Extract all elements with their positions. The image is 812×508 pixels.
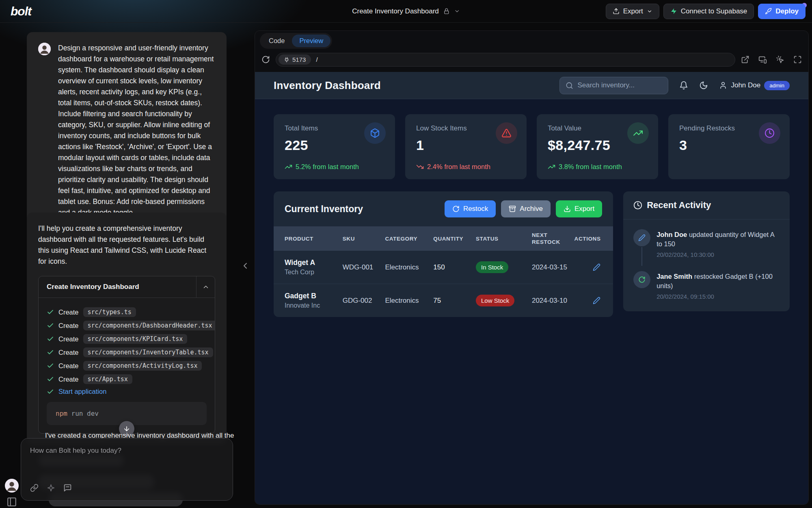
tab-preview[interactable]: Preview [292,35,330,47]
export-csv-button[interactable]: Export [556,200,602,217]
user-name: John Doe [731,81,760,89]
inventory-search-input[interactable] [577,81,667,89]
product-category: Electronics [385,263,433,271]
step-file[interactable]: src/components/InventoryTable.tsx [83,347,213,357]
recent-activity-card: Recent Activity John Doe updated quantit… [623,191,790,311]
package-icon [364,122,386,144]
chat-input-box[interactable] [21,438,233,501]
user-message-text: Design a responsive and user-friendly in… [58,43,215,218]
check-icon [47,335,54,343]
step-action: Create [58,308,79,316]
product-quantity[interactable]: 150 [433,263,476,271]
product-sku: GDG-002 [343,297,385,305]
edit-pencil-icon[interactable] [593,263,602,271]
kpi-card-low-stock: Low Stock Items 1 2.4% from last month [405,114,527,179]
activity-item: John Doe updated quantity of Widget A to… [633,229,780,258]
collapse-panel-button[interactable] [196,276,215,297]
chat-input-field[interactable] [30,447,224,484]
export-button[interactable]: Export [606,4,659,19]
pencil-icon [633,229,650,246]
url-path: / [316,56,317,63]
account-avatar[interactable] [5,479,19,493]
reload-icon[interactable] [261,55,270,64]
role-badge: admin [764,81,790,90]
step-action: Create [58,322,79,330]
step-file[interactable]: src/components/ActivityLog.tsx [83,361,202,371]
sidebar-toggle-icon[interactable] [6,497,17,507]
restock-button[interactable]: Restock [445,200,496,217]
plug-icon [284,57,289,63]
table-row[interactable]: Gadget B Innovate Inc GDG-002 Electronic… [274,284,613,317]
plan-step: Create src/App.tsx [47,374,207,384]
connect-supabase-button[interactable]: Connect to Supabase [663,4,754,19]
kpi-card-pending-restocks: Pending Restocks 3 [668,114,790,179]
kpi-trend: 5.2% from last month [285,163,359,171]
fullscreen-icon[interactable] [793,55,802,64]
plan-step: Create src/components/KPICard.tsx [47,334,207,344]
port-pill[interactable]: 5173 [279,54,311,65]
status-badge: In Stock [476,261,508,273]
step-file[interactable]: src/App.tsx [83,374,132,384]
chevron-up-icon [202,283,209,291]
sparkles-icon[interactable] [47,484,55,492]
product-sku: WDG-001 [343,263,385,271]
user-avatar [38,43,51,55]
collapse-chat-chevron[interactable] [240,261,250,271]
inventory-search[interactable] [559,77,668,94]
user-menu[interactable]: John Doe admin [719,81,790,90]
command-prefix: npm [56,410,67,417]
archive-button[interactable]: Archive [501,200,551,217]
deploy-label: Deploy [775,7,799,15]
chat-bubble-icon[interactable] [63,484,72,492]
product-category: Electronics [385,297,433,305]
product-supplier: Innovate Inc [285,302,343,309]
trending-down-icon [416,163,424,171]
activity-timestamp: 20/02/2024, 10:30:00 [657,251,780,258]
check-icon [47,388,54,395]
command-args: run dev [67,410,99,417]
step-file[interactable]: src/types.ts [83,307,136,317]
refresh-icon [633,271,650,288]
app-preview: Inventory Dashboard John Doe admin Total… [255,72,808,504]
check-icon [47,349,54,356]
rocket-icon [765,8,772,15]
chevron-down-icon[interactable] [454,8,460,14]
tab-code[interactable]: Code [261,35,292,47]
kpi-card-total-value: Total Value $8,247.75 3.8% from last mon… [537,114,658,179]
step-file[interactable]: src/components/DashboardHeader.tsx [83,321,215,330]
check-icon [47,362,54,369]
download-icon [564,205,571,213]
project-title-group[interactable]: Create Inventory Dashboard [352,7,460,15]
inspect-cursor-icon[interactable] [776,55,784,64]
alert-triangle-icon [496,122,517,144]
step-action: Create [58,349,79,356]
devices-icon[interactable] [758,55,767,64]
bell-icon[interactable] [679,81,688,90]
deploy-button[interactable]: Deploy [758,4,806,19]
bolt-logo[interactable]: bolt [6,4,31,18]
search-icon [566,82,573,89]
plan-step-start-application: Start application [47,388,207,395]
current-inventory-card: Current Inventory Restock Archive [274,191,613,317]
trending-up-icon [627,122,649,144]
address-bar[interactable]: 5173 / [276,53,735,67]
edit-pencil-icon[interactable] [593,297,602,304]
chat-panel: Design a responsive and user-friendly in… [0,23,255,508]
upload-icon [613,8,620,15]
open-external-icon[interactable] [741,55,749,64]
activity-item: Jane Smith restocked Gadget B (+100 unit… [633,271,780,300]
link-icon[interactable] [30,484,39,492]
product-supplier: Tech Corp [285,269,343,276]
assistant-message: I'll help you create a comprehensive inv… [27,213,227,444]
next-restock-date: 2024-03-15 [532,263,574,271]
dark-mode-toggle-icon[interactable] [699,81,708,90]
refresh-icon [452,205,460,213]
clock-icon [633,201,642,210]
product-quantity[interactable]: 75 [433,297,476,305]
chevron-down-icon [647,9,652,14]
table-header: Product SKU Category Quantity Status Nex… [274,226,613,251]
status-badge: Low Stock [476,295,514,306]
start-application-link[interactable]: Start application [58,388,106,395]
step-file[interactable]: src/components/KPICard.tsx [83,334,188,344]
table-row[interactable]: Widget A Tech Corp WDG-001 Electronics 1… [274,251,613,284]
